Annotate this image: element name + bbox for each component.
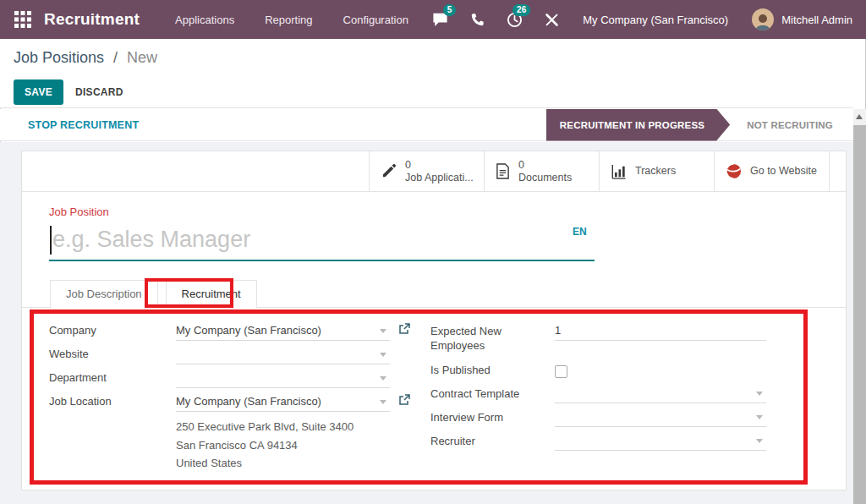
chevron-down-icon[interactable] (380, 400, 386, 404)
field-row-expected-new-employees: Expected New Employees 1 (430, 320, 769, 359)
breadcrumb-new: New (127, 49, 157, 66)
job-location-value: My Company (San Francisco) (176, 395, 321, 408)
globe-icon (726, 163, 742, 179)
external-link-icon[interactable] (398, 394, 410, 406)
app-title[interactable]: Recruitment (44, 10, 140, 29)
stat-button-group: 0 Job Applicati... 0 Documents (369, 151, 830, 191)
job-applications-count: 0 (405, 159, 474, 172)
avatar (752, 8, 774, 30)
job-location-label: Job Location (49, 392, 176, 415)
company-value: My Company (San Francisco) (176, 324, 321, 337)
recruiter-field[interactable] (555, 430, 766, 451)
messages-badge: 5 (443, 4, 457, 16)
save-button[interactable]: SAVE (14, 79, 63, 105)
sheet-header: 0 Job Applicati... 0 Documents (22, 151, 846, 192)
menu-configuration[interactable]: Configuration (332, 8, 420, 31)
form-column-left: Company My Company (San Francisco) Websi… (49, 320, 430, 473)
interview-form-label: Interview Form (430, 407, 555, 430)
field-row-interview-form: Interview Form (430, 407, 769, 430)
tab-job-description[interactable]: Job Description (50, 280, 158, 308)
expected-new-employees-field[interactable]: 1 (555, 320, 766, 341)
job-location-address: 250 Executive Park Blvd, Suite 3400 San … (176, 418, 430, 473)
form-statusbar: STOP RECRUITMENT RECRUITMENT IN PROGRESS… (0, 109, 853, 141)
scrollbar-thumb[interactable] (853, 125, 866, 504)
bar-chart-icon (611, 164, 627, 179)
content-area: 0 Job Applicati... 0 Documents (0, 142, 853, 504)
documents-count: 0 (518, 159, 572, 172)
activities-badge: 26 (512, 4, 530, 16)
menu-applications[interactable]: Applications (163, 8, 246, 31)
main-menu: Applications Reporting Configuration (163, 8, 420, 31)
scroll-up-arrow[interactable] (856, 114, 863, 119)
status-steps: RECRUITMENT IN PROGRESS NOT RECRUITING (546, 109, 853, 141)
activities-clock-icon[interactable]: 26 (500, 7, 529, 32)
company-field[interactable]: My Company (San Francisco) (176, 320, 390, 341)
tools-icon[interactable] (537, 7, 566, 32)
field-row-company: Company My Company (San Francisco) (49, 320, 430, 344)
stop-recruitment-button[interactable]: STOP RECRUITMENT (28, 119, 139, 131)
text-cursor (50, 226, 52, 255)
status-recruitment-in-progress[interactable]: RECRUITMENT IN PROGRESS (546, 109, 730, 141)
notebook-tabs: Job Description Recruitment (50, 280, 257, 308)
field-row-recruiter: Recruiter (430, 430, 769, 454)
apps-grid-icon[interactable] (14, 10, 32, 29)
breadcrumb-job-positions[interactable]: Job Positions (14, 49, 104, 66)
is-published-label: Is Published (430, 359, 555, 383)
user-name: Mitchell Admin (781, 14, 852, 26)
is-published-checkbox[interactable] (555, 365, 567, 378)
address-line-1: 250 Executive Park Blvd, Suite 3400 (176, 418, 430, 436)
chevron-down-icon[interactable] (756, 392, 763, 396)
status-not-recruiting[interactable]: NOT RECRUITING (730, 109, 853, 141)
expected-new-employees-label: Expected New Employees (430, 320, 555, 359)
form-column-right: Expected New Employees 1 Is Published Co… (430, 320, 769, 454)
document-icon (496, 163, 510, 179)
top-navbar: Recruitment Applications Reporting Confi… (0, 0, 866, 39)
chevron-down-icon[interactable] (380, 376, 386, 381)
stat-button-documents[interactable]: 0 Documents (484, 151, 599, 191)
job-location-field[interactable]: My Company (San Francisco) (176, 392, 390, 412)
website-label: Website (49, 344, 176, 368)
form-action-buttons: SAVE DISCARD (14, 79, 123, 105)
address-line-3: United States (176, 454, 430, 473)
field-row-website: Website (49, 344, 430, 368)
go-to-website-label: Go to Website (750, 165, 817, 178)
chevron-down-icon[interactable] (380, 329, 386, 333)
company-switcher[interactable]: My Company (San Francisco) (574, 14, 743, 26)
pencil-icon (381, 163, 397, 179)
app-window: Recruitment Applications Reporting Confi… (0, 0, 866, 504)
department-field[interactable] (176, 368, 390, 388)
chevron-down-icon[interactable] (756, 415, 763, 419)
documents-label: Documents (518, 172, 572, 184)
external-link-icon[interactable] (398, 323, 410, 335)
field-row-is-published: Is Published (430, 359, 769, 383)
form-sheet: 0 Job Applicati... 0 Documents (21, 151, 847, 490)
trackers-label: Trackers (635, 165, 676, 178)
messages-icon[interactable]: 5 (425, 7, 454, 32)
discard-button[interactable]: DISCARD (75, 86, 123, 98)
breadcrumb: Job Positions / New (14, 49, 157, 67)
stat-button-go-to-website[interactable]: Go to Website (714, 151, 829, 191)
contract-template-field[interactable] (555, 383, 766, 403)
address-line-2: San Francisco CA 94134 (176, 436, 430, 455)
control-panel: Job Positions / New SAVE DISCARD (0, 39, 853, 108)
chevron-down-icon[interactable] (380, 353, 386, 357)
website-field[interactable] (176, 344, 390, 364)
field-row-department: Department (49, 368, 430, 392)
company-label: Company (49, 320, 176, 344)
field-row-job-location: Job Location My Company (San Francisco) (49, 392, 430, 415)
interview-form-field[interactable] (555, 407, 766, 427)
tab-recruitment[interactable]: Recruitment (166, 280, 257, 308)
user-menu[interactable]: Mitchell Admin (752, 8, 852, 30)
chevron-down-icon[interactable] (756, 439, 763, 443)
phone-icon[interactable] (463, 7, 491, 32)
field-row-contract-template: Contract Template (430, 383, 769, 407)
language-badge[interactable]: EN (573, 226, 587, 238)
stat-button-job-applications[interactable]: 0 Job Applicati... (369, 151, 484, 191)
menu-reporting[interactable]: Reporting (253, 8, 324, 31)
job-position-input[interactable] (49, 221, 595, 261)
vertical-scrollbar[interactable] (853, 109, 866, 504)
job-position-label: Job Position (49, 205, 109, 218)
expected-new-employees-value: 1 (555, 324, 561, 337)
stat-button-trackers[interactable]: Trackers (599, 151, 714, 191)
department-label: Department (49, 368, 176, 392)
